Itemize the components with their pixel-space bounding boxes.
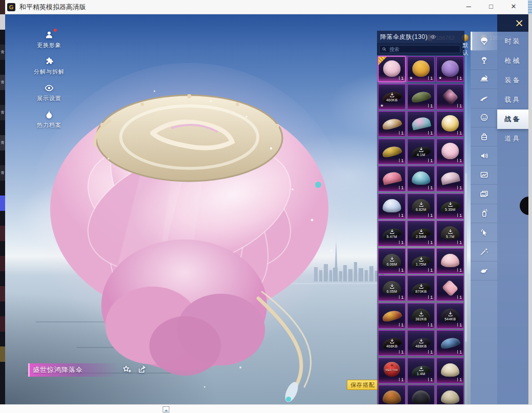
skin-item-32[interactable]: 488KB1 <box>407 330 435 356</box>
skin-item-34[interactable]: ☠RED TAR1 <box>378 358 406 383</box>
share-button[interactable] <box>137 364 147 374</box>
subcategory-skydive[interactable] <box>471 51 497 70</box>
skin-item-16[interactable]: 1 <box>378 193 406 219</box>
skin-item-19[interactable]: 5.47M1 <box>378 221 406 246</box>
skin-item-10[interactable]: 1 <box>378 139 406 164</box>
item-count: 1 <box>399 322 404 328</box>
skin-item-27[interactable]: 1 <box>436 275 464 301</box>
subcategory-wand[interactable] <box>471 242 497 261</box>
skin-item-21[interactable]: 5.7M1 <box>436 221 464 246</box>
download-icon <box>389 283 395 290</box>
subcategory-bird[interactable] <box>471 262 497 280</box>
skin-item-23[interactable]: 1.75M1 <box>407 248 435 274</box>
save-outfit-button[interactable]: 保存搭配 <box>347 380 379 390</box>
skin-item-33[interactable]: 1 <box>436 330 464 356</box>
skin-item-11[interactable]: 4.1M1 <box>407 139 435 164</box>
skin-item-13[interactable]: 1 <box>378 166 406 191</box>
download-icon <box>418 146 425 153</box>
skin-item-3[interactable]: ★1 <box>436 56 464 82</box>
skin-item-20[interactable]: 2.54M1 <box>407 221 435 246</box>
skin-item-30[interactable]: 544KB1 <box>436 303 464 329</box>
skins-panel: 降落伞皮肤(130) 默认 1★1★1460KB★1111114.1M11111… <box>377 31 464 404</box>
skin-item-2[interactable]: ★1 <box>407 56 435 82</box>
item-count: 1 <box>457 322 462 328</box>
download-icon <box>389 338 395 344</box>
left-menu-item-1[interactable]: 更换形象 <box>30 30 69 49</box>
skin-item-29[interactable]: 382KB1 <box>407 303 435 329</box>
subcategory-helmet[interactable] <box>471 70 497 89</box>
skin-item-39[interactable] <box>436 385 464 404</box>
favorite-button[interactable] <box>122 364 131 374</box>
visibility-toggle-icon[interactable] <box>430 34 436 40</box>
skin-item-28[interactable]: 1 <box>378 303 406 329</box>
panel-header: 降落伞皮肤(130) <box>377 31 464 43</box>
skin-item-18[interactable]: 5.35M1 <box>436 193 464 219</box>
tab-4[interactable]: 载具 <box>497 90 528 110</box>
skin-item-36[interactable]: 1 <box>436 358 464 383</box>
skin-item-5[interactable]: 1 <box>407 84 435 110</box>
skin-thumbnail <box>412 390 430 404</box>
skin-item-17[interactable]: 6.82M1 <box>407 193 435 219</box>
favorite-star: ★ <box>380 103 384 108</box>
skin-item-25[interactable]: 6.05M1 <box>378 275 406 301</box>
skin-thumbnail <box>439 336 460 350</box>
maximize-button[interactable]: □ <box>480 0 502 14</box>
left-menu-item-3[interactable]: 展示设置 <box>30 83 69 102</box>
left-menu-label: 热力档案 <box>37 121 61 129</box>
skin-item-7[interactable]: 1 <box>378 111 406 137</box>
subcategory-gallery[interactable] <box>471 185 497 204</box>
skin-item-31[interactable]: 468KB1 <box>378 330 406 356</box>
skin-item-15[interactable]: 1 <box>436 166 464 191</box>
subcategory-voice[interactable] <box>471 146 497 165</box>
subcategory-parachute[interactable] <box>471 32 497 51</box>
search-input[interactable] <box>388 46 458 53</box>
skin-item-8[interactable]: 1 <box>407 111 435 137</box>
tab-2[interactable]: 枪械 <box>497 51 528 71</box>
skin-item-1[interactable]: 1 <box>378 56 406 82</box>
left-menu-item-4[interactable]: 热力档案 <box>30 110 69 129</box>
left-menu-item-2[interactable]: 分解与拆解 <box>30 56 69 76</box>
favorite-star: ★ <box>409 76 413 80</box>
subcategory-emote[interactable] <box>471 108 497 127</box>
subcategory-plane[interactable] <box>471 89 497 108</box>
item-count: 1 <box>428 213 433 218</box>
skin-item-14[interactable]: 1 <box>407 166 435 191</box>
item-count: 1 <box>399 158 404 163</box>
tab-3[interactable]: 装备 <box>497 71 528 90</box>
download-icon <box>418 311 425 317</box>
download-size: 6.06M <box>387 263 397 266</box>
skin-item-35[interactable]: 1.4M1 <box>407 358 435 383</box>
skin-item-12[interactable]: 1 <box>436 139 464 164</box>
background-page-strip <box>0 404 532 413</box>
item-count: 1 <box>457 158 462 163</box>
subcategory-gesture[interactable] <box>471 223 497 242</box>
skin-item-24[interactable]: 1 <box>436 248 464 274</box>
item-count: 1 <box>457 131 462 136</box>
background-thumb <box>0 14 5 30</box>
tab-1[interactable]: 时装 <box>497 32 528 51</box>
skin-item-37[interactable] <box>378 385 406 404</box>
plane-icon <box>479 94 489 103</box>
skin-item-6[interactable]: 1 <box>436 84 464 110</box>
background-thumb <box>0 195 5 211</box>
subcategory-spray[interactable] <box>471 204 497 223</box>
scrollbar-thumb[interactable] <box>465 173 467 342</box>
tab-5[interactable]: 战备 <box>497 110 528 129</box>
search-box[interactable] <box>379 45 460 53</box>
skin-item-9[interactable]: 1 <box>436 111 464 137</box>
close-screen-button[interactable]: ✕ <box>512 16 527 31</box>
desktop-edge-strip <box>528 14 532 404</box>
item-count: 1 <box>399 240 404 245</box>
skin-item-22[interactable]: 6.06M1 <box>378 248 406 274</box>
minimize-button[interactable]: ─ <box>457 0 480 14</box>
grid-scrollbar[interactable] <box>465 55 467 404</box>
item-actions <box>122 364 147 374</box>
close-window-button[interactable]: ✕ <box>502 0 525 14</box>
subcategory-backpack[interactable] <box>471 127 497 146</box>
skin-item-26[interactable]: 870KB1 <box>407 275 435 301</box>
subcategory-frame[interactable] <box>471 166 497 185</box>
parachute-icon <box>479 36 489 46</box>
tab-6[interactable]: 道具 <box>497 129 528 148</box>
skin-item-38[interactable] <box>407 385 435 404</box>
skin-item-4[interactable]: 460KB★ <box>378 84 406 110</box>
